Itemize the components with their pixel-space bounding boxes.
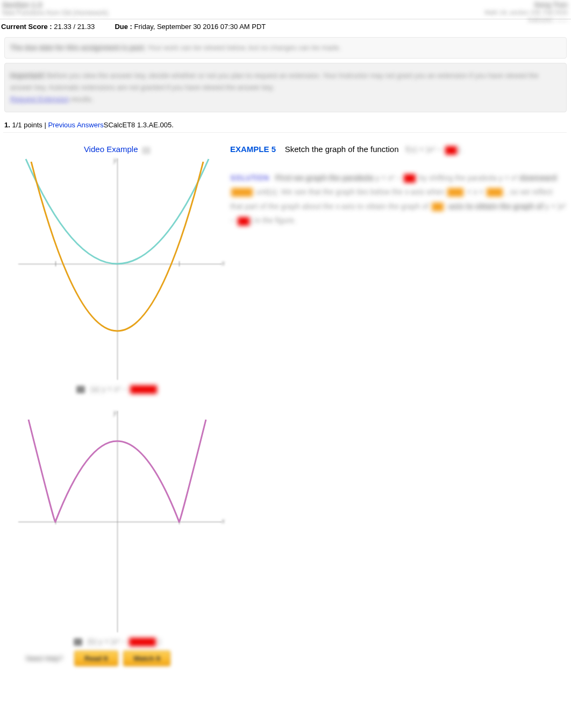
video-icon[interactable] xyxy=(142,147,151,154)
header-left: Section 1.3 New Functions from Old (Home… xyxy=(2,1,108,17)
help-buttons-row: Need Help? Read It Watch It xyxy=(19,651,230,666)
question-source: SCalcET8 1.3.AE.005 xyxy=(104,121,172,129)
caption-a-lhs: (a) y = x² − xyxy=(90,385,129,393)
caption-b-rhs: | xyxy=(159,637,161,646)
important-body: Before you view the answer key, decide w… xyxy=(10,71,539,91)
graph-b-caption: (b) y = |x² − | xyxy=(10,637,225,646)
solution-label: SOLUTION xyxy=(230,174,269,182)
sol-2e: in the figure. xyxy=(255,216,296,225)
notice-text: Your work can be viewed below, but no ch… xyxy=(146,44,341,52)
instructor-info: Instructor: —— xyxy=(484,16,568,24)
graph-a-caption: (a) y = x² − xyxy=(10,385,225,394)
curve-set-a xyxy=(10,156,225,382)
important-label: Important! xyxy=(10,71,45,80)
past-due-notice: The due date for this assignment is past… xyxy=(4,37,567,59)
fn-lhs: f(x) = |x² − xyxy=(405,145,444,154)
question-points: 1/1 points | xyxy=(12,121,48,129)
video-example-link[interactable]: Video Example xyxy=(84,145,138,154)
fn-rhs: |. xyxy=(458,145,462,154)
important-box: Important! Before you view the answer ke… xyxy=(4,63,567,112)
sol-2b: unit(s). We see that the graph lies belo… xyxy=(256,188,447,196)
question-dot: . xyxy=(172,121,174,129)
read-it-button[interactable]: Read It xyxy=(74,651,118,666)
sol-1a: First we graph the parabola xyxy=(275,174,376,182)
caption-b-lhs: (b) y = |x² − xyxy=(88,637,128,646)
sol-blank-xlo xyxy=(447,188,463,197)
student-name: Sang Tran xyxy=(484,1,568,9)
due-value: Friday, September 30 2016 07:30 AM PDT xyxy=(134,23,266,31)
caption-icon xyxy=(74,638,82,646)
caption-b-blank xyxy=(129,638,156,646)
sol-blank-units xyxy=(231,188,253,197)
due-label: Due : xyxy=(115,23,132,31)
request-extension-link[interactable]: Request Extension xyxy=(10,95,69,103)
sol-2a: downward xyxy=(519,174,556,182)
assignment-title: Section 1.3 xyxy=(2,1,108,9)
notice-bold: The due date for this assignment is past… xyxy=(10,44,146,52)
page-header: Section 1.3 New Functions from Old (Home… xyxy=(0,0,571,19)
fn-blank xyxy=(445,146,457,155)
assignment-subtitle: New Functions from Old (Homework) xyxy=(2,9,108,17)
sol-blank-final xyxy=(238,217,249,226)
question-header: 1. 1/1 points | Previous AnswersSCalcET8… xyxy=(3,118,567,133)
caption-a-blank xyxy=(130,385,157,394)
sol-blank-axis xyxy=(432,203,444,211)
solution-text: SOLUTION First we graph the parabola y =… xyxy=(230,164,567,228)
caption-icon xyxy=(76,386,85,393)
need-help-label: Need Help? xyxy=(19,651,69,666)
score-label: Current Score : xyxy=(1,23,52,31)
sol-blank-xhi xyxy=(487,188,503,197)
watch-it-button[interactable]: Watch It xyxy=(123,651,170,666)
score-value: 21.33 / 21.33 xyxy=(54,23,95,31)
graphs-column: Video Example x y (a) y = x² − xyxy=(4,141,230,677)
video-row: Video Example xyxy=(4,145,230,154)
example-prompt: Sketch the graph of the function xyxy=(285,145,399,154)
graph-a: x y (a) y = x² − xyxy=(10,156,225,382)
question-number: 1. xyxy=(4,121,10,129)
header-right: Sang Tran Math 1A, section 109, Fall 201… xyxy=(484,1,568,24)
text-column: EXAMPLE 5 Sketch the graph of the functi… xyxy=(230,141,567,677)
previous-answers-link[interactable]: Previous Answers xyxy=(48,121,103,129)
sol-1b: by shifting the parabola xyxy=(419,174,499,182)
sol-2c: < x < xyxy=(467,188,486,196)
course-info: Math 1A, section 109, Fall 2016 xyxy=(484,9,568,16)
example-label: EXAMPLE 5 xyxy=(230,145,276,154)
sol-blank-1 xyxy=(404,174,416,183)
graph-b: x y (b) y = |x² − | xyxy=(10,409,225,635)
curve-set-b xyxy=(10,409,225,635)
example-row: EXAMPLE 5 Sketch the graph of the functi… xyxy=(230,145,567,154)
question-body: Video Example x y (a) y = x² − xyxy=(0,135,571,677)
